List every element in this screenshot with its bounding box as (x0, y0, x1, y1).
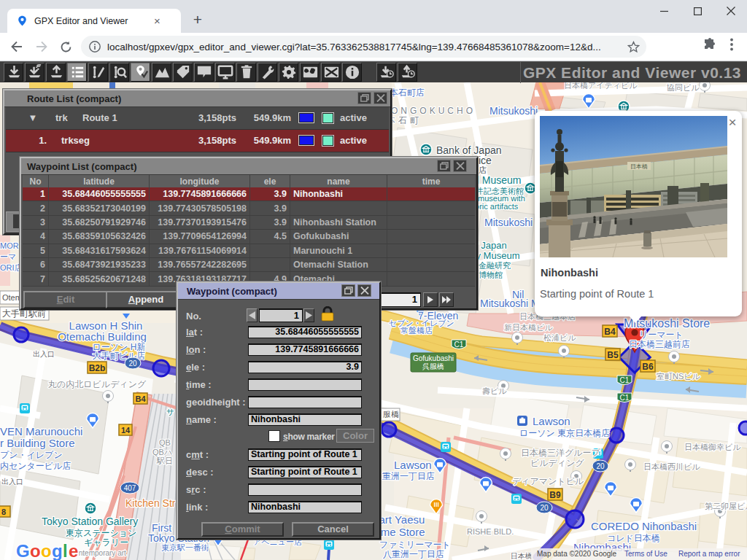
waypoint-page-input[interactable]: 1 (375, 292, 421, 307)
waypoint-row-1[interactable]: 135.68446055555555139.77458916666663.9Ni… (23, 187, 475, 201)
src-input[interactable] (248, 483, 362, 496)
extensions-puzzle-icon[interactable] (703, 38, 716, 51)
route-line-color-swatch[interactable] (299, 113, 314, 122)
google-logo[interactable]: Google (16, 541, 78, 560)
address-bar[interactable]: localhost/gpxev/gpx_editor_and_viewer.cg… (81, 36, 646, 58)
waypoint-list-close-button[interactable] (453, 160, 467, 172)
waypoint-list-titlebar[interactable]: Waypoint List (compact) (21, 158, 476, 175)
toolbar-waypoint-list-icon[interactable] (131, 63, 150, 82)
waypoint-next-button[interactable] (303, 308, 314, 322)
lock-icon[interactable] (321, 306, 334, 322)
photo-popup-close-icon[interactable]: × (726, 116, 739, 129)
waypoint-prev-button[interactable] (247, 308, 258, 322)
window-close-button[interactable] (714, 0, 747, 22)
lat-input[interactable]: 35.68446055555555 (248, 326, 362, 338)
tab-close-icon[interactable]: × (151, 15, 163, 27)
expand-triangle-icon[interactable]: ▼ (26, 107, 39, 129)
waypoint-number-input[interactable]: 1 (259, 308, 303, 322)
cancel-button[interactable]: Cancel (292, 522, 374, 537)
route-marker-color-swatch[interactable] (322, 113, 333, 123)
commit-button[interactable]: Commit (201, 522, 284, 537)
toolbar-trash-icon[interactable] (236, 63, 256, 82)
toolbar-settings-gear-icon[interactable] (279, 63, 298, 82)
edit-button[interactable]: Edit (23, 291, 108, 308)
browser-tab[interactable]: GPX Editor and Viewer × (7, 9, 181, 33)
svg-text:Bank of Japan: Bank of Japan (436, 144, 502, 156)
time-input[interactable] (248, 378, 362, 391)
route-row-trkseg[interactable]: 1. trkseg 3,158pts 549.9km active (6, 130, 389, 152)
column-header-no[interactable]: No (23, 175, 49, 187)
route-list-titlebar[interactable]: Route List (compact) (4, 90, 390, 107)
svg-text:ギャラリー: ギャラリー (84, 537, 128, 548)
waypoint-row-5[interactable]: 535.68431617593624139.76761154069914Maru… (23, 244, 475, 258)
waypoint-row-3[interactable]: 335.68250791929746139.773701939154763.9N… (23, 216, 475, 230)
svg-text:ローソン 東京日本橋店: ローソン 東京日本橋店 (519, 428, 610, 438)
trkseg-line-color-swatch[interactable] (299, 136, 314, 145)
geoidheight-input[interactable] (248, 396, 362, 408)
next-page-button[interactable] (423, 292, 438, 307)
column-header-time[interactable]: time (387, 175, 475, 187)
waypoint-dialog-titlebar[interactable]: Waypoint (compact) (178, 283, 379, 300)
toolbar-upload-time-icon[interactable] (398, 63, 417, 82)
cell-ele: 3.9 (250, 216, 290, 229)
toolbar-map-off-icon[interactable] (321, 63, 341, 82)
column-header-latitude[interactable]: latitude (49, 175, 150, 187)
toolbar-inspect-point-icon[interactable] (109, 63, 129, 82)
append-button[interactable]: Append (106, 291, 186, 308)
toolbar-download-gps-wireless-icon[interactable] (25, 63, 44, 82)
waypoint-row-4[interactable]: 435.68359105632426139.77096541269944.5Go… (23, 230, 475, 244)
waypoint-list-restore-button[interactable] (437, 160, 451, 172)
window-minimize-button[interactable] (647, 0, 681, 22)
toolbar-wrench-tools-icon[interactable] (258, 63, 277, 82)
route-list-close-button[interactable] (374, 92, 387, 104)
toolbar-route-list-icon[interactable] (67, 63, 87, 82)
svg-text:ORI店: ORI店 (0, 263, 23, 272)
desc-input[interactable]: Starting point of Route 1 (248, 466, 362, 478)
column-header-name[interactable]: name (290, 175, 387, 187)
svg-text:Kitchen Str: Kitchen Str (125, 497, 176, 509)
column-header-ele[interactable]: ele (250, 175, 290, 187)
toolbar-tag-icon[interactable] (173, 63, 193, 82)
map-attribution[interactable]: Map data ©2020 GoogleTerms of UseReport … (537, 550, 740, 558)
ele-input[interactable]: 3.9 (248, 361, 362, 373)
url-text[interactable]: localhost/gpxev/gpx_editor_and_viewer.cg… (107, 42, 611, 52)
route-row-trk[interactable]: ▼ trk Route 1 3,158pts 549.9km active (6, 107, 389, 130)
cmt-input[interactable]: Starting point of Route 1 (248, 448, 362, 461)
back-icon[interactable] (5, 35, 28, 58)
route-list-bottom-button-fragment[interactable] (6, 211, 21, 232)
toolbar-download-gpx-icon[interactable] (4, 63, 23, 82)
name-input[interactable]: Nihonbashi (248, 413, 362, 426)
cell-name: Nihonbashi (290, 187, 387, 201)
waypoint-dialog-close-button[interactable] (357, 284, 371, 297)
link-input[interactable]: Nihonbashi (248, 501, 362, 513)
trkseg-marker-color-swatch[interactable] (322, 136, 333, 146)
color-button[interactable]: Color (336, 429, 374, 443)
toolbar-comment-icon[interactable] (194, 63, 214, 82)
svg-text:服橋: 服橋 (383, 410, 399, 419)
waypoint-row-6[interactable]: 635.68473921935233139.76557242282695Otem… (23, 258, 475, 272)
nihonbashi-photo[interactable]: 日本橋 (540, 116, 727, 257)
toolbar-display-icon[interactable] (215, 63, 235, 82)
show-marker-checkbox[interactable] (268, 430, 280, 442)
window-maximize-button[interactable] (681, 0, 714, 22)
last-page-button[interactable] (439, 292, 454, 307)
toolbar-elevation-chart-icon[interactable] (152, 63, 171, 82)
column-header-longitude[interactable]: longitude (150, 175, 250, 187)
site-info-icon[interactable] (89, 41, 101, 52)
reload-icon[interactable] (54, 35, 77, 58)
toolbar-upload-gpx-icon[interactable] (46, 63, 66, 82)
ele-label: ele : (186, 362, 205, 373)
browser-menu-icon[interactable] (727, 37, 737, 52)
toolbar-world-map-icon[interactable] (300, 63, 320, 82)
new-tab-button[interactable]: + (190, 12, 206, 28)
lon-input[interactable]: 139.7745891666666 (248, 343, 362, 356)
bookmark-star-icon[interactable] (627, 41, 640, 53)
route-list-restore-button[interactable] (357, 92, 371, 104)
toolbar-info-icon[interactable] (342, 63, 362, 82)
waypoint-row-2[interactable]: 235.68352173040199139.774305785051983.9 (23, 201, 475, 215)
waypoint-dialog-restore-button[interactable] (341, 284, 355, 297)
toolbar-edit-route-icon[interactable] (88, 63, 108, 82)
toolbar-download-time-icon[interactable] (376, 63, 396, 82)
cell-latitude: 35.68352173040199 (49, 201, 150, 214)
forward-icon[interactable] (30, 35, 53, 58)
